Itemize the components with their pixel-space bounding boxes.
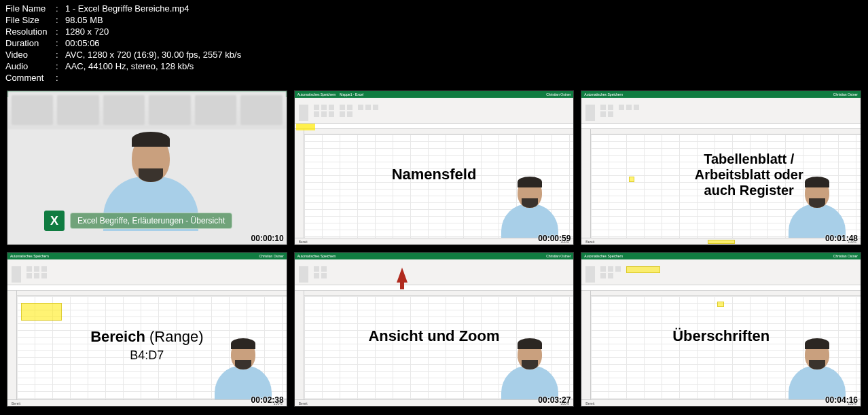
range-highlight	[21, 303, 62, 321]
excel-ribbon-tabs	[295, 259, 574, 265]
excel-ribbon-tabs	[295, 98, 574, 103]
slide-caption: Überschriften	[672, 327, 770, 345]
worksheet-area: Namensfeld	[295, 129, 574, 238]
timestamp: 00:01:48	[825, 234, 858, 243]
excel-titlebar: Automatisches Speichern Christian Ostner	[7, 253, 287, 259]
file-info-block: File Name : 1 - Excel Begriffe Bereiche.…	[0, 0, 868, 86]
filesize-value: 98.05 MB	[65, 14, 103, 26]
namebox-highlight	[296, 124, 315, 130]
info-row-comment: Comment :	[5, 72, 863, 84]
arrow-up-icon	[397, 268, 408, 283]
info-row-filename: File Name : 1 - Excel Begriffe Bereiche.…	[5, 3, 863, 14]
worksheet-area: Überschriften	[581, 291, 861, 399]
formula-bar	[581, 124, 861, 129]
duration-value: 00:05:06	[65, 37, 100, 49]
excel-logo-icon: X	[44, 211, 65, 231]
lower-third-text: Excel Begriffe, Erläuterungen - Übersich…	[70, 213, 232, 229]
thumbnail-grid: X Excel Begriffe, Erläuterungen - Übersi…	[0, 86, 868, 414]
thumbnail-3[interactable]: Automatisches Speichern Christian Ostner…	[581, 90, 861, 245]
timestamp: 00:00:10	[251, 234, 284, 243]
presenter-avatar	[496, 325, 564, 399]
comment-label: Comment	[5, 72, 56, 84]
presenter-avatar	[783, 163, 851, 238]
excel-titlebar: Automatisches Speichern Christian Ostner	[581, 253, 861, 259]
status-bar: Bereit100%	[295, 238, 574, 245]
thumbnail-4[interactable]: Automatisches Speichern Christian Ostner…	[7, 252, 287, 407]
presenter-avatar	[783, 325, 851, 399]
status-bar: Bereit 100%	[581, 238, 861, 245]
thumbnail-5[interactable]: Automatisches Speichern Christian Ostner…	[294, 252, 575, 407]
formula-bar	[295, 124, 574, 129]
slide-caption: Bereich (Range) B4:D7	[90, 328, 203, 363]
sheet-tab-highlight	[708, 240, 735, 244]
worksheet-area: Ansicht und Zoom	[295, 291, 574, 399]
timestamp: 00:03:27	[538, 395, 571, 405]
slide-caption: Ansicht und Zoom	[368, 327, 499, 345]
lower-third: X Excel Begriffe, Erläuterungen - Übersi…	[44, 211, 232, 231]
excel-ribbon	[581, 265, 861, 285]
presenter-avatar	[209, 325, 277, 399]
worksheet-area: Bereich (Range) B4:D7	[7, 291, 287, 399]
duration-label: Duration	[5, 37, 56, 49]
info-row-duration: Duration : 00:05:06	[5, 37, 863, 49]
info-row-resolution: Resolution : 1280 x 720	[5, 26, 863, 37]
formula-bar	[295, 285, 574, 291]
formula-bar	[7, 285, 287, 291]
excel-ribbon	[295, 103, 574, 124]
excel-ribbon	[581, 103, 861, 124]
resolution-value: 1280 x 720	[65, 26, 109, 37]
excel-ribbon	[7, 265, 287, 285]
excel-titlebar: Automatisches Speichern Christian Ostner	[581, 91, 861, 98]
thumbnail-1[interactable]: X Excel Begriffe, Erläuterungen - Übersi…	[7, 90, 287, 245]
info-row-video: Video : AVC, 1280 x 720 (16:9), 30.00 fp…	[5, 49, 863, 60]
thumbnail-6[interactable]: Automatisches Speichern Christian Ostner…	[581, 252, 861, 407]
filename-label: File Name	[5, 3, 56, 14]
excel-titlebar: Automatisches SpeichernMappe1 - Excel Ch…	[295, 91, 574, 98]
info-row-filesize: File Size : 98.05 MB	[5, 14, 863, 26]
thumbnail-2[interactable]: Automatisches SpeichernMappe1 - Excel Ch…	[294, 90, 575, 245]
status-bar: Bereit100%	[581, 399, 861, 406]
info-row-audio: Audio : AAC, 44100 Hz, stereo, 128 kb/s	[5, 60, 863, 72]
highlight-marker	[717, 302, 724, 307]
audio-label: Audio	[5, 60, 56, 72]
ribbon-highlight	[626, 266, 660, 273]
timestamp: 00:02:38	[251, 395, 284, 405]
video-label: Video	[5, 49, 56, 60]
resolution-label: Resolution	[5, 26, 56, 37]
filesize-label: File Size	[5, 14, 56, 26]
status-bar: Bereit100%	[295, 399, 574, 406]
excel-ribbon	[295, 265, 574, 285]
presenter-avatar	[496, 163, 564, 238]
highlight-marker	[629, 177, 634, 182]
slide-caption: Namensfeld	[392, 166, 477, 183]
filename-value: 1 - Excel Begriffe Bereiche.mp4	[65, 3, 189, 14]
excel-ribbon-tabs	[581, 259, 861, 265]
excel-titlebar: Automatisches Speichern Christian Ostner	[295, 253, 574, 259]
timestamp: 00:00:59	[538, 234, 571, 243]
status-bar: Bereit100%	[7, 399, 287, 406]
worksheet-area: Tabellenblatt / Arbeitsblatt oder auch R…	[581, 129, 861, 238]
audio-value: AAC, 44100 Hz, stereo, 128 kb/s	[65, 60, 194, 72]
timestamp: 00:04:16	[825, 395, 858, 405]
excel-ribbon-tabs	[7, 259, 287, 265]
video-value: AVC, 1280 x 720 (16:9), 30.00 fps, 2557 …	[65, 49, 241, 60]
formula-bar	[581, 285, 861, 291]
excel-ribbon-tabs	[581, 98, 861, 103]
